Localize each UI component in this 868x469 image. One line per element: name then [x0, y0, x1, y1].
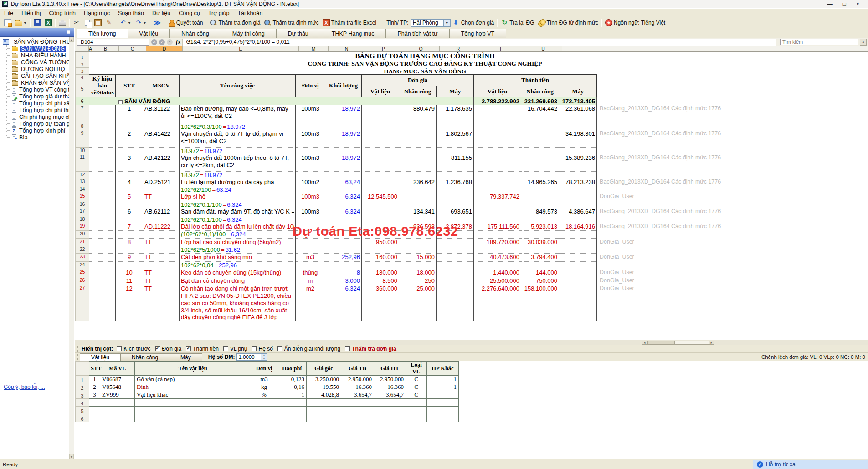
header-dg-nhan-cong[interactable]: Nhân công [399, 86, 437, 97]
checkbox-icon[interactable] [223, 346, 228, 351]
cell-dg-may[interactable] [437, 148, 474, 154]
row-number[interactable]: 7 [76, 105, 89, 123]
tree-scrollbar[interactable]: ▲ ▼ [69, 37, 74, 459]
cell-khoi-luong[interactable] [325, 186, 362, 193]
cell-status[interactable] [89, 231, 116, 239]
cell-hao-phi[interactable] [277, 399, 307, 407]
quyet-toan-button[interactable]: Quyết toán [166, 19, 205, 27]
cell-tt-nhan-cong[interactable]: 750.000 [521, 277, 559, 285]
cell-ten-cong-viec[interactable]: 102*62/100=63,24 [180, 186, 296, 193]
header-tt-may[interactable]: Máy [559, 86, 597, 97]
checkbox-icon[interactable] [155, 346, 160, 351]
cell-dg-vat-lieu[interactable] [362, 246, 399, 254]
cell-ma-vl[interactable] [100, 399, 135, 407]
cell-ten-cong-viec[interactable]: 102*62*0,1/100=6,324 [180, 201, 296, 208]
cell-ten-cong-viec[interactable]: 18,972=18,972 [180, 172, 296, 178]
column-header[interactable]: R [440, 46, 477, 51]
cell-mscv[interactable]: TT [143, 239, 180, 246]
cell-tt-vat-lieu[interactable] [474, 216, 521, 223]
cell-stt[interactable]: 12 [116, 285, 143, 321]
cell-stt[interactable] [116, 201, 143, 208]
tham-tra-file-excel-button[interactable]: XThẩm tra file Excel [321, 19, 378, 27]
scroll-right-icon[interactable]: ► [709, 341, 714, 345]
cell-dg-may[interactable]: 1.802.567 [437, 130, 474, 148]
tree-item[interactable]: ĐƯỜNG NỘI BỘ [0, 66, 74, 72]
mat-header-ten[interactable]: Tên vật liệu [135, 362, 251, 376]
cell-ten-vat-lieu[interactable]: Gỗ ván (cả nẹp) [135, 376, 251, 383]
remote-support-button[interactable]: ⇄ Hỗ trợ từ xa [753, 460, 868, 469]
cut-button[interactable]: ✂ [71, 19, 82, 27]
cell-don-vi[interactable]: 100m3 [296, 130, 325, 148]
cell-gia-tb[interactable] [341, 399, 374, 407]
worksheet-tab[interactable]: Vật liệu [128, 29, 170, 38]
tree-item[interactable]: CỔNG VÀ TƯỜNG RÀO [0, 59, 74, 66]
cell-stt[interactable]: 3 [89, 391, 100, 399]
tree-item[interactable]: Tổng hợp chi phí thiết bị [0, 107, 74, 113]
spin-down-icon[interactable]: ▼ [261, 357, 267, 360]
cell-hp-khac[interactable] [427, 391, 459, 399]
cell-mscv[interactable]: TT [143, 254, 180, 262]
column-checkbox[interactable]: Đơn giá [155, 346, 182, 352]
cell-dg-vat-lieu[interactable] [362, 186, 399, 193]
cell-ten-vat-lieu[interactable]: Đinh [135, 383, 251, 391]
cell-khoi-luong[interactable] [325, 216, 362, 223]
new-button[interactable] [2, 19, 13, 27]
cell-tt-may[interactable] [559, 193, 597, 201]
cell-don-vi[interactable] [251, 414, 277, 422]
cell-status[interactable] [89, 186, 116, 193]
cell-mscv[interactable] [143, 201, 180, 208]
cell-dg-vat-lieu[interactable]: 360.000 [362, 285, 399, 321]
checkbox-icon[interactable] [277, 346, 282, 351]
combo-dropdown-icon[interactable]: ▼ [443, 20, 450, 26]
row-number[interactable]: 4 [76, 75, 89, 86]
cell-dg-vat-lieu[interactable] [362, 262, 399, 269]
cell-tt-may[interactable]: 4.386.647 [559, 208, 597, 216]
cell-tt-may[interactable] [559, 262, 597, 269]
cell-dg-nhan-cong[interactable]: 25.000 [399, 285, 437, 321]
cell-mscv[interactable]: TT [143, 277, 180, 285]
cell-tt-nhan-cong[interactable]: 158.100.000 [521, 285, 559, 321]
cell-tt-vat-lieu[interactable] [474, 208, 521, 216]
cell-tt-nhan-cong[interactable] [521, 130, 559, 148]
cell-stt[interactable]: 9 [116, 254, 143, 262]
cell-tt-nhan-cong[interactable]: 5.923.013 [521, 223, 559, 231]
cell-tt-vat-lieu[interactable] [474, 105, 521, 123]
cell-stt[interactable] [89, 399, 100, 407]
cell-dg-may[interactable] [437, 246, 474, 254]
cell-status[interactable] [89, 201, 116, 208]
cell-hp-khac[interactable]: 1 [427, 376, 459, 383]
menu-item[interactable]: Tài khoản [233, 9, 267, 17]
header-khoi-luong[interactable]: Khối lượng [325, 75, 362, 97]
column-header[interactable]: C [119, 46, 146, 51]
worksheet-tab[interactable]: Nhân công [169, 29, 221, 38]
save-button[interactable] [32, 19, 43, 27]
row-number[interactable]: 2 [76, 60, 89, 68]
cell-khoi-luong[interactable] [325, 239, 362, 246]
cell-stt[interactable]: 7 [116, 223, 143, 231]
cell-stt[interactable] [116, 123, 143, 130]
cell-hp-khac[interactable] [427, 414, 459, 422]
cell-stt[interactable]: 8 [116, 239, 143, 246]
column-header[interactable]: B [92, 46, 119, 51]
column-checkbox[interactable]: VL phụ [223, 346, 247, 352]
cell-dg-may[interactable] [437, 262, 474, 269]
cell-don-vi[interactable]: 100m3 [296, 208, 325, 216]
cell-dg-may[interactable] [437, 201, 474, 208]
cell-ten-cong-viec[interactable]: 102*62*5/1000=31,62 [180, 246, 296, 254]
cell-dg-nhan-cong[interactable] [399, 262, 437, 269]
cell-mscv[interactable]: AB.42122 [143, 154, 180, 172]
collapse-chevron-icon[interactable]: ∧ [860, 39, 867, 46]
redo-button[interactable]: ↷▼ [133, 19, 149, 27]
mat-header-gia-ht[interactable]: Giá HT [374, 362, 406, 376]
cell-tt-vat-lieu[interactable] [474, 148, 521, 154]
checkbox-icon[interactable] [186, 346, 191, 351]
cell-status[interactable] [89, 216, 116, 223]
cell-dg-may[interactable]: 811.155 [437, 154, 474, 172]
tree-item[interactable]: KHÁN ĐÀI SÂN VẬN ĐỘNG [0, 79, 74, 86]
cell-don-vi[interactable] [296, 172, 325, 178]
cell-ten-cong-viec[interactable]: Keo dán cỏ chuyên dùng (15kg/thùng) [180, 269, 296, 277]
cell-hao-phi[interactable]: 1 [277, 391, 307, 399]
cell-dg-may[interactable] [437, 285, 474, 321]
cell-tt-nhan-cong[interactable] [521, 262, 559, 269]
cell-tt-may[interactable] [559, 269, 597, 277]
